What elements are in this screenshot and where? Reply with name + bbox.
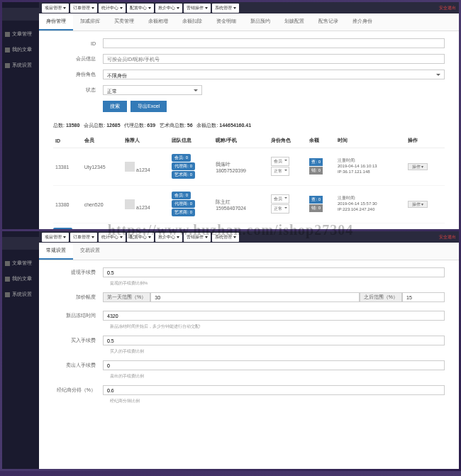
status-select[interactable]: 正常 (103, 85, 202, 95)
badge: 艺术商: 0 (172, 171, 195, 179)
gear-icon (5, 292, 10, 297)
sell-input[interactable] (103, 360, 445, 370)
role-select[interactable]: 会员 (271, 194, 289, 204)
topnav-item[interactable]: 统计中心 (99, 4, 126, 13)
search-button[interactable]: 搜索 (103, 101, 127, 112)
logout-link[interactable]: 安全退出 (439, 234, 456, 240)
cell-op: 操作 ▾ (406, 186, 445, 223)
tab[interactable]: 推介身份 (345, 13, 379, 31)
topnav-item[interactable]: 系统管理 (212, 233, 239, 242)
col-id: ID (53, 133, 82, 148)
cell-id: 13381 (53, 148, 82, 186)
badge: 代理商: 0 (172, 162, 195, 170)
caret-icon (177, 7, 179, 9)
sidebar-item-settings[interactable]: 系统设置 (2, 57, 39, 73)
fee-input[interactable] (103, 267, 445, 277)
avatar (125, 199, 135, 209)
col-ref: 推荐人 (123, 133, 170, 148)
range-a-input[interactable]: 30 (150, 292, 360, 302)
agent-input[interactable] (103, 385, 445, 395)
tab[interactable]: 余额扣除 (175, 13, 209, 31)
buy-label: 买入手续费 (53, 337, 103, 344)
topbar: 项目管理 订单管理 统计中心 配置中心 推介中心 营销操作 系统管理 安全退出 (39, 2, 459, 13)
caret-icon (91, 7, 94, 9)
bal-button[interactable]: 销: 0 (309, 204, 323, 212)
op-button[interactable]: 操作 ▾ (408, 201, 428, 208)
cell-nick: 我落叶18057520399 (213, 148, 269, 186)
sidebar-label: 系统设置 (12, 291, 32, 298)
bal-button[interactable]: 销: 0 (309, 167, 323, 175)
tab[interactable]: 加减排挥 (73, 13, 107, 31)
fee-help: 提现的手续费比例% (110, 280, 445, 287)
tab[interactable]: 余额相增 (141, 13, 175, 31)
role-select[interactable]: 会员 (271, 157, 289, 166)
time-help: 新品冻结时间开始后，多少分钟能进行自动交配! (110, 323, 445, 330)
bal-button[interactable]: 查: 0 (309, 196, 323, 204)
topnav-item[interactable]: 营销操作 (184, 4, 211, 13)
tab-trade[interactable]: 交易设置 (73, 243, 107, 260)
op-button[interactable]: 操作 ▾ (408, 163, 428, 170)
logo (2, 237, 39, 250)
sidebar-label: 系统设置 (12, 62, 32, 69)
sidebar-item-articles[interactable]: 文章管理 (2, 26, 39, 42)
sidebar-item-articles[interactable]: 文章管理 (2, 255, 39, 271)
cell-bal: 查: 0销: 0 (307, 148, 335, 186)
tab[interactable]: 新品预约 (243, 13, 277, 31)
topnav-item[interactable]: 项目管理 (42, 4, 69, 13)
range-b-input[interactable]: 15 (402, 292, 445, 302)
badge: 代理商: 0 (172, 200, 195, 208)
tab[interactable]: 划拨配置 (277, 13, 311, 31)
tab[interactable]: 资金明细 (209, 13, 243, 31)
role-label: 身份角色 (53, 71, 103, 78)
topnav-item[interactable]: 配置中心 (127, 4, 154, 13)
col-time: 时间 (335, 133, 406, 148)
export-button[interactable]: 导出Excel (130, 101, 167, 112)
id-label: ID (53, 41, 103, 46)
tab[interactable]: 买卖管理 (107, 13, 141, 31)
caret-icon (120, 236, 123, 238)
fee-label: 提现手续费 (53, 269, 103, 276)
status-select[interactable]: 正常 (271, 167, 289, 176)
badge: 艺术商: 0 (172, 209, 195, 216)
bal-button[interactable]: 查: 0 (309, 158, 323, 166)
col-team: 团队信息 (170, 133, 213, 148)
cell-role: 会员正常 (269, 148, 307, 186)
caret-icon (120, 7, 123, 9)
ratio-label: 加价幅度 (53, 294, 103, 301)
cell-bal: 查: 0销: 0 (307, 186, 335, 223)
member-table: ID 会员 推荐人 团队信息 昵称/手机 身份角色 余额 时间 操作 13381… (53, 133, 445, 223)
topnav-item[interactable]: 推介中心 (155, 233, 182, 242)
topnav-item[interactable]: 营销操作 (184, 233, 211, 242)
tab-identity[interactable]: 身份管理 (39, 13, 73, 31)
topnav-item[interactable]: 订单管理 (70, 233, 97, 242)
gear-icon (5, 63, 10, 68)
doc-icon (5, 261, 10, 266)
topnav-item[interactable]: 配置中心 (127, 233, 154, 242)
sidebar-item-my[interactable]: 我的文章 (2, 42, 39, 57)
topnav-item[interactable]: 订单管理 (70, 4, 97, 13)
status-select[interactable]: 正常 (271, 204, 289, 214)
time-label: 新品冻结时间 (53, 312, 103, 319)
logout-link[interactable]: 安全退出 (439, 5, 456, 11)
cell-team: 会员: 0代理商: 0艺术商: 0 (170, 148, 213, 186)
topnav-item[interactable]: 项目管理 (42, 233, 69, 242)
topnav-item[interactable]: 统计中心 (99, 233, 126, 242)
sidebar-item-my[interactable]: 我的文章 (2, 271, 39, 287)
col-bal: 余额 (307, 133, 335, 148)
topnav-item[interactable]: 系统管理 (212, 4, 239, 13)
topnav-item[interactable]: 推介中心 (155, 4, 182, 13)
id-input[interactable] (103, 38, 445, 48)
caret-icon (233, 7, 236, 9)
role-select[interactable]: 不限身份 (103, 70, 445, 79)
sell-label: 卖出人手续费 (53, 362, 103, 369)
caret-icon (63, 7, 66, 9)
tab[interactable]: 配售记录 (311, 13, 345, 31)
time-input[interactable] (103, 311, 445, 321)
info-input[interactable] (103, 54, 445, 64)
cell-nick: 陈主红15958407024 (213, 186, 269, 223)
buy-input[interactable] (103, 336, 445, 345)
col-member: 会员 (82, 133, 123, 148)
sidebar-item-settings[interactable]: 系统设置 (2, 287, 39, 302)
tab-general[interactable]: 常规设置 (39, 243, 73, 260)
sidebar-label: 文章管理 (12, 260, 32, 267)
